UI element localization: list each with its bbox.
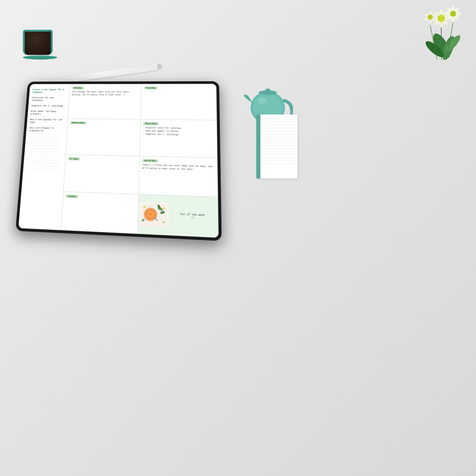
tuesday-label: Tuesday <box>144 86 158 89</box>
saturday-content: Today's a funny day out with James and t… <box>142 163 215 172</box>
friday-cell: Friday <box>63 154 140 194</box>
thursday-label: Thursday <box>143 122 159 125</box>
sunday-cell: sunday <box>61 191 139 234</box>
wednesday-cell: Wednesday <box>66 119 140 156</box>
monday-label: Monday <box>72 86 84 89</box>
friday-label: Friday <box>68 157 80 161</box>
sidebar-item-3[interactable]: Complete the A. challenge <box>30 103 66 109</box>
svg-point-36 <box>257 97 267 104</box>
tuesday-cell: Tuesday <box>140 84 217 120</box>
sunday-content <box>66 199 136 202</box>
weekly-image <box>139 202 169 227</box>
coffee-cup <box>23 30 60 62</box>
tablet-screen: Create a new layout for a template Inter… <box>18 84 219 238</box>
monday-cell: Monday This monday has been super busy b… <box>68 84 141 119</box>
thursday-content: - Organise lunch for saturday- Send out … <box>143 126 214 137</box>
sidebar-item-1[interactable]: Create a new layout for a template <box>31 87 68 95</box>
wednesday-label: Wednesday <box>70 121 87 124</box>
sidebar-item-5[interactable]: Buy a new blanket for the dogs <box>29 117 66 126</box>
friday-content <box>68 161 137 163</box>
pic-of-week-cell: Pic of the week:) <box>138 194 219 238</box>
thursday-cell: Thursday - Organise lunch for saturday- … <box>140 119 217 158</box>
saturday-label: saturday <box>142 159 158 162</box>
sidebar-item-4[interactable]: Wrap James' birthday presents <box>30 109 66 117</box>
tablet-device: Create a new layout for a template Inter… <box>16 81 222 241</box>
monday-content: This monday has been super busy but very… <box>72 90 139 97</box>
pic-of-week-label: Pic of the week:) <box>169 210 217 223</box>
sunday-label: sunday <box>66 195 78 198</box>
svg-point-35 <box>265 88 271 93</box>
notebook <box>256 114 298 178</box>
wednesday-content <box>70 125 138 126</box>
desk-background <box>0 0 476 476</box>
sidebar-item-2[interactable]: Interview the new candidate <box>31 95 67 103</box>
calendar-grid: Monday This monday has been super busy b… <box>61 84 219 238</box>
saturday-cell: saturday Today's a funny day out with Ja… <box>139 156 218 197</box>
sidebar-item-6[interactable]: Call with Miguel to organise PO <box>28 125 65 134</box>
